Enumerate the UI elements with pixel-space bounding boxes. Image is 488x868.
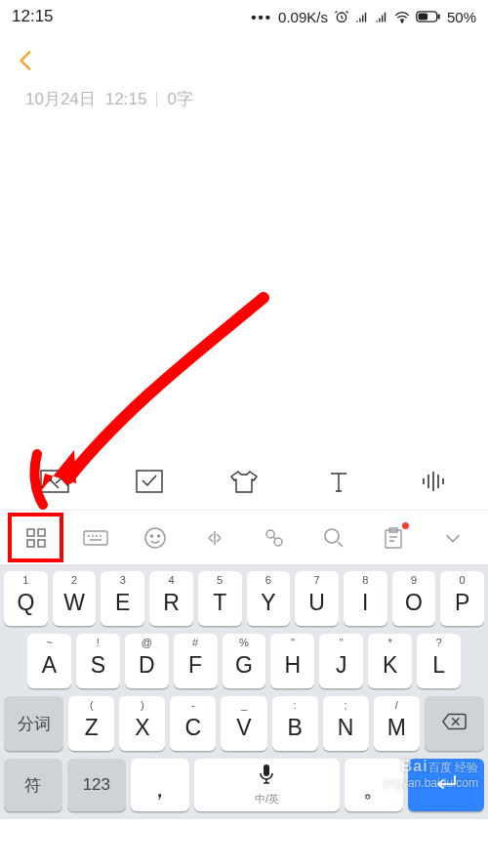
back-icon[interactable] (14, 48, 39, 73)
keyboard-row-1: 1Q2W3E4R5T6Y7U8I9O0P (4, 571, 484, 626)
ime-search-button[interactable] (304, 511, 363, 564)
signal-icon (355, 10, 369, 23)
key-F[interactable]: #F (174, 634, 218, 688)
svg-point-13 (145, 528, 165, 548)
key-U[interactable]: 7U (295, 571, 339, 626)
key-G[interactable]: %G (223, 634, 266, 688)
ime-keyboard-button[interactable] (65, 511, 125, 564)
comma-key[interactable]: ， (131, 759, 189, 811)
svg-rect-12 (84, 531, 107, 545)
note-date: 10月24日 (25, 88, 96, 110)
battery-percent: 50% (447, 9, 476, 25)
svg-point-14 (150, 535, 152, 537)
key-V[interactable]: _V (221, 696, 266, 751)
word-count: 0字 (167, 88, 192, 110)
emoji-icon (143, 526, 167, 550)
keyboard-row-4: 符 123 ， 中/英 。 (4, 759, 484, 811)
ime-toolbar (0, 511, 488, 565)
number-key[interactable]: 123 (67, 759, 126, 811)
svg-rect-20 (264, 765, 269, 776)
ime-cursor-button[interactable] (184, 511, 244, 564)
svg-rect-7 (137, 471, 162, 492)
key-B[interactable]: :B (272, 696, 318, 751)
key-W[interactable]: 2W (53, 571, 97, 626)
ime-emoji-button[interactable] (125, 511, 184, 564)
symbol-key[interactable]: 符 (4, 759, 62, 811)
svg-rect-11 (38, 540, 45, 547)
svg-rect-10 (27, 540, 34, 547)
note-meta: 10月24日 12:15 0字 (0, 88, 488, 110)
ime-grid-button[interactable] (6, 511, 65, 564)
svg-rect-4 (438, 14, 440, 19)
clock: 12:15 (12, 7, 54, 26)
key-N[interactable]: ;N (323, 696, 369, 751)
ime-collapse-button[interactable] (423, 511, 482, 564)
soft-keyboard: 1Q2W3E4R5T6Y7U8I9O0P ~A!S@D#F%G"H"J*K?L … (0, 565, 488, 819)
signal2-icon (375, 10, 388, 23)
shirt-icon[interactable] (224, 462, 264, 501)
ime-link-button[interactable] (244, 511, 304, 564)
fenci-key[interactable]: 分词 (4, 696, 63, 751)
key-O[interactable]: 9O (392, 571, 436, 626)
clipboard-icon (383, 526, 404, 550)
keyboard-row-2: ~A!S@D#F%G"H"J*K?L (4, 634, 484, 688)
note-editor[interactable] (0, 110, 488, 452)
key-X[interactable]: )X (119, 696, 165, 751)
keyboard-icon (83, 528, 108, 548)
notification-dot-icon (402, 522, 409, 529)
key-J[interactable]: "J (319, 634, 363, 688)
svg-point-17 (274, 538, 282, 546)
net-speed: 0.09K/s (278, 9, 328, 25)
key-Q[interactable]: 1Q (4, 571, 48, 626)
backspace-key[interactable] (425, 696, 484, 751)
key-E[interactable]: 3E (101, 571, 144, 626)
svg-rect-8 (27, 529, 34, 536)
svg-rect-19 (386, 530, 401, 548)
cursor-icon (203, 526, 226, 550)
note-time: 12:15 (105, 90, 147, 109)
key-D[interactable]: @D (125, 634, 169, 688)
text-icon[interactable] (319, 462, 358, 501)
image-icon[interactable] (35, 462, 74, 501)
svg-point-1 (401, 21, 402, 22)
svg-point-18 (325, 529, 339, 543)
grid-icon (24, 526, 48, 550)
more-dots-icon: ••• (251, 9, 272, 25)
key-I[interactable]: 8I (344, 571, 387, 626)
feature-bar (0, 452, 488, 511)
key-M[interactable]: /M (374, 696, 420, 751)
key-K[interactable]: *K (368, 634, 412, 688)
enter-key[interactable] (408, 759, 484, 811)
link-icon (263, 526, 286, 550)
space-key[interactable]: 中/英 (194, 759, 341, 811)
key-P[interactable]: 0P (440, 571, 484, 626)
svg-point-15 (157, 535, 159, 537)
key-A[interactable]: ~A (27, 634, 71, 688)
status-bar: 12:15 ••• 0.09K/s 50% (0, 0, 488, 33)
key-R[interactable]: 4R (149, 571, 193, 626)
ime-clipboard-button[interactable] (363, 511, 423, 564)
key-Y[interactable]: 6Y (247, 571, 291, 626)
meta-divider (156, 92, 157, 107)
key-H[interactable]: "H (270, 634, 314, 688)
header (0, 33, 488, 88)
key-L[interactable]: ?L (417, 634, 461, 688)
alarm-icon (334, 9, 349, 24)
key-S[interactable]: !S (76, 634, 120, 688)
backspace-icon (441, 712, 467, 736)
svg-rect-9 (38, 529, 45, 536)
svg-rect-3 (419, 14, 428, 21)
battery-icon (416, 10, 441, 23)
keyboard-row-3: 分词 (Z)X-C_V:B;N/M (4, 696, 484, 751)
key-T[interactable]: 5T (198, 571, 242, 626)
period-key[interactable]: 。 (345, 759, 403, 811)
search-icon (322, 526, 346, 550)
enter-icon (433, 772, 459, 798)
svg-point-16 (266, 530, 274, 538)
checklist-icon[interactable] (130, 462, 169, 501)
key-Z[interactable]: (Z (68, 696, 114, 751)
mic-icon (258, 764, 275, 790)
key-C[interactable]: -C (170, 696, 216, 751)
chevron-down-icon (442, 527, 464, 549)
voice-wave-icon[interactable] (414, 462, 453, 501)
